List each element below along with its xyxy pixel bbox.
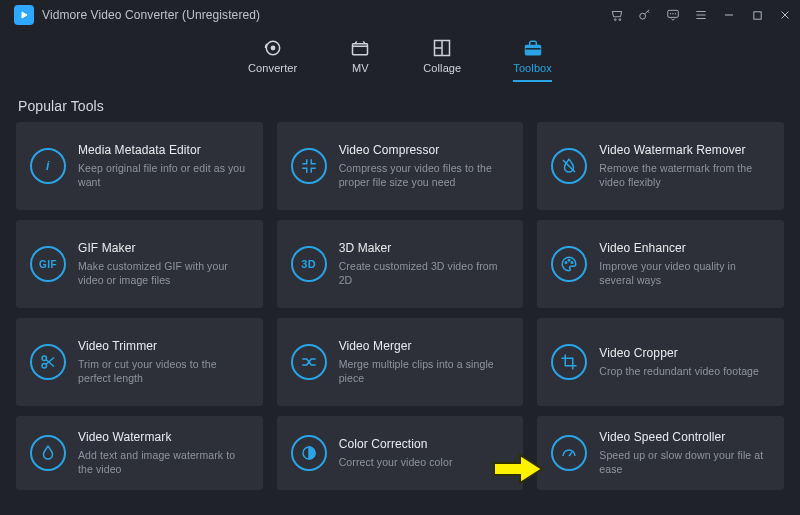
tool-color-correction[interactable]: Color CorrectionCorrect your video color bbox=[277, 416, 524, 490]
svg-rect-11 bbox=[353, 44, 368, 55]
toolbox-icon bbox=[522, 38, 544, 58]
tab-converter[interactable]: Converter bbox=[248, 38, 297, 82]
svg-point-3 bbox=[640, 13, 646, 19]
window-title: Vidmore Video Converter (Unregistered) bbox=[42, 8, 610, 22]
svg-point-7 bbox=[675, 14, 676, 15]
svg-point-5 bbox=[670, 14, 671, 15]
key-icon[interactable] bbox=[638, 8, 652, 22]
speedometer-icon bbox=[551, 435, 587, 471]
tool-desc: Improve your video quality in several wa… bbox=[599, 259, 770, 287]
droplet-slash-icon bbox=[551, 148, 587, 184]
svg-point-14 bbox=[566, 262, 568, 264]
tool-desc: Merge multiple clips into a single piece bbox=[339, 357, 510, 385]
tool-desc: Trim or cut your videos to the perfect l… bbox=[78, 357, 249, 385]
tool-gif-maker[interactable]: GIF GIF MakerMake customized GIF with yo… bbox=[16, 220, 263, 308]
cart-icon[interactable] bbox=[610, 8, 624, 22]
tool-desc: Remove the watermark from the video flex… bbox=[599, 161, 770, 189]
tool-title: Video Watermark Remover bbox=[599, 143, 770, 157]
svg-point-17 bbox=[42, 356, 47, 361]
tool-video-cropper[interactable]: Video CropperCrop the redundant video fo… bbox=[537, 318, 784, 406]
tool-title: Color Correction bbox=[339, 437, 510, 451]
gif-icon: GIF bbox=[30, 246, 66, 282]
tool-video-watermark[interactable]: Video WatermarkAdd text and image waterm… bbox=[16, 416, 263, 490]
tool-desc: Correct your video color bbox=[339, 455, 510, 469]
title-bar: Vidmore Video Converter (Unregistered) bbox=[0, 0, 800, 30]
tool-title: 3D Maker bbox=[339, 241, 510, 255]
tool-title: Video Cropper bbox=[599, 346, 770, 360]
mv-icon bbox=[349, 38, 371, 58]
svg-point-6 bbox=[673, 14, 674, 15]
tab-collage[interactable]: Collage bbox=[423, 38, 461, 82]
tool-video-speed-controller[interactable]: Video Speed ControllerSpeed up or slow d… bbox=[537, 416, 784, 490]
titlebar-controls bbox=[610, 8, 792, 22]
tool-video-merger[interactable]: Video MergerMerge multiple clips into a … bbox=[277, 318, 524, 406]
info-icon: i bbox=[30, 148, 66, 184]
tool-video-trimmer[interactable]: Video TrimmerTrim or cut your videos to … bbox=[16, 318, 263, 406]
main-tabs: Converter MV Collage Toolbox bbox=[0, 30, 800, 84]
tab-mv[interactable]: MV bbox=[349, 38, 371, 82]
svg-marker-0 bbox=[22, 12, 27, 18]
tool-grid: i Media Metadata EditorKeep original fil… bbox=[0, 122, 800, 490]
tool-desc: Make customized GIF with your video or i… bbox=[78, 259, 249, 287]
crop-icon bbox=[551, 344, 587, 380]
scissors-icon bbox=[30, 344, 66, 380]
tool-title: GIF Maker bbox=[78, 241, 249, 255]
svg-rect-8 bbox=[753, 11, 760, 18]
menu-icon[interactable] bbox=[694, 8, 708, 22]
tool-title: Media Metadata Editor bbox=[78, 143, 249, 157]
tool-video-compressor[interactable]: Video CompressorCompress your video file… bbox=[277, 122, 524, 210]
tool-title: Video Speed Controller bbox=[599, 430, 770, 444]
tool-title: Video Compressor bbox=[339, 143, 510, 157]
tool-desc: Add text and image watermark to the vide… bbox=[78, 448, 249, 476]
svg-rect-13 bbox=[525, 46, 540, 55]
converter-icon bbox=[263, 38, 283, 58]
tab-label: Collage bbox=[423, 62, 461, 74]
app-logo-icon bbox=[14, 5, 34, 25]
tab-label: MV bbox=[352, 62, 369, 74]
tab-label: Toolbox bbox=[513, 62, 552, 74]
tool-video-watermark-remover[interactable]: Video Watermark RemoverRemove the waterm… bbox=[537, 122, 784, 210]
svg-point-2 bbox=[619, 19, 621, 21]
compress-icon bbox=[291, 148, 327, 184]
svg-point-18 bbox=[42, 364, 47, 369]
minimize-button[interactable] bbox=[722, 8, 736, 22]
close-button[interactable] bbox=[778, 8, 792, 22]
svg-point-16 bbox=[572, 262, 574, 264]
three-d-icon: 3D bbox=[291, 246, 327, 282]
tool-desc: Keep original file info or edit as you w… bbox=[78, 161, 249, 189]
tool-title: Video Watermark bbox=[78, 430, 249, 444]
palette-icon bbox=[551, 246, 587, 282]
tool-title: Video Enhancer bbox=[599, 241, 770, 255]
tool-desc: Speed up or slow down your file at ease bbox=[599, 448, 770, 476]
svg-point-15 bbox=[569, 260, 571, 262]
merge-icon bbox=[291, 344, 327, 380]
droplet-icon bbox=[30, 435, 66, 471]
svg-point-10 bbox=[271, 46, 274, 49]
tab-toolbox[interactable]: Toolbox bbox=[513, 38, 552, 82]
tool-desc: Create customized 3D video from 2D bbox=[339, 259, 510, 287]
maximize-button[interactable] bbox=[750, 8, 764, 22]
collage-icon bbox=[432, 38, 452, 58]
tool-3d-maker[interactable]: 3D 3D MakerCreate customized 3D video fr… bbox=[277, 220, 524, 308]
tool-video-enhancer[interactable]: Video EnhancerImprove your video quality… bbox=[537, 220, 784, 308]
tool-media-metadata-editor[interactable]: i Media Metadata EditorKeep original fil… bbox=[16, 122, 263, 210]
feedback-icon[interactable] bbox=[666, 8, 680, 22]
tool-desc: Crop the redundant video footage bbox=[599, 364, 770, 378]
contrast-icon bbox=[291, 435, 327, 471]
section-title: Popular Tools bbox=[0, 84, 800, 122]
svg-point-1 bbox=[614, 19, 616, 21]
tool-title: Video Merger bbox=[339, 339, 510, 353]
tab-label: Converter bbox=[248, 62, 297, 74]
tool-title: Video Trimmer bbox=[78, 339, 249, 353]
tool-desc: Compress your video files to the proper … bbox=[339, 161, 510, 189]
